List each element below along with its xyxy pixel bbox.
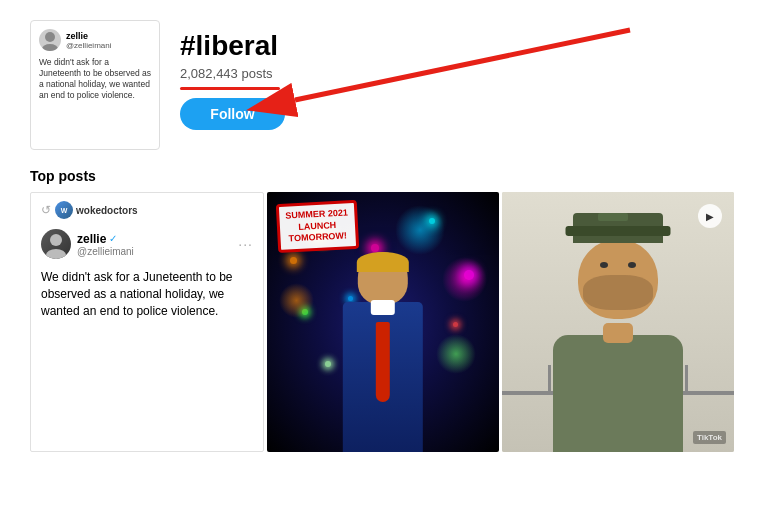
red-divider	[180, 87, 280, 90]
header-section: zellie @zellieimani We didn't ask for a …	[0, 0, 764, 160]
sticker-text: Summer 2021 Launch Tomorrow!	[285, 207, 349, 245]
thumb-post-text: We didn't ask for a Juneteenth to be obs…	[39, 57, 151, 101]
post2-background: Summer 2021 Launch Tomorrow!	[267, 192, 499, 452]
post2-sticker: Summer 2021 Launch Tomorrow!	[276, 200, 359, 253]
woke-badge: W wokedoctors	[55, 201, 138, 219]
thumb-user-handle: @zellieimani	[66, 41, 111, 50]
post1-header: ↺ W wokedoctors	[31, 193, 263, 223]
post-count: 2,082,443 posts	[180, 66, 285, 81]
post1-handle: @zellieimani	[77, 246, 134, 257]
post1-username: zellie	[77, 232, 106, 246]
follow-button[interactable]: Follow	[180, 98, 285, 130]
top-posts-label: Top posts	[0, 160, 764, 192]
thumb-user-name: zellie	[66, 31, 111, 41]
thumb-avatar	[39, 29, 61, 51]
post1-avatar	[41, 229, 71, 259]
post2-person-figure	[302, 257, 464, 452]
post1-user-row: zellie ✓ @zellieimani ···	[31, 223, 263, 263]
post1-verified-icon: ✓	[109, 233, 117, 244]
post1-more-icon[interactable]: ···	[238, 236, 253, 252]
post-card-3[interactable]: ▶ TikTok	[502, 192, 734, 452]
post1-icons: ↺ W wokedoctors	[41, 201, 138, 219]
posts-grid: ↺ W wokedoctors	[0, 192, 764, 452]
woke-avatar: W	[55, 201, 73, 219]
retweet-icon: ↺	[41, 203, 51, 217]
svg-point-4	[50, 234, 62, 246]
svg-point-3	[42, 44, 58, 51]
hashtag-title: #liberal	[180, 30, 285, 62]
svg-point-2	[45, 32, 55, 42]
post-card-2[interactable]: Summer 2021 Launch Tomorrow!	[267, 192, 499, 452]
profile-card-thumbnail: zellie @zellieimani We didn't ask for a …	[30, 20, 160, 150]
svg-point-5	[46, 249, 66, 259]
post1-user-info: zellie ✓ @zellieimani	[41, 229, 134, 259]
post-card-1[interactable]: ↺ W wokedoctors	[30, 192, 264, 452]
post1-content: We didn't ask for a Juneteenth to be obs…	[31, 263, 263, 329]
woke-label: wokedoctors	[76, 205, 138, 216]
hashtag-info: #liberal 2,082,443 posts Follow	[180, 20, 285, 130]
